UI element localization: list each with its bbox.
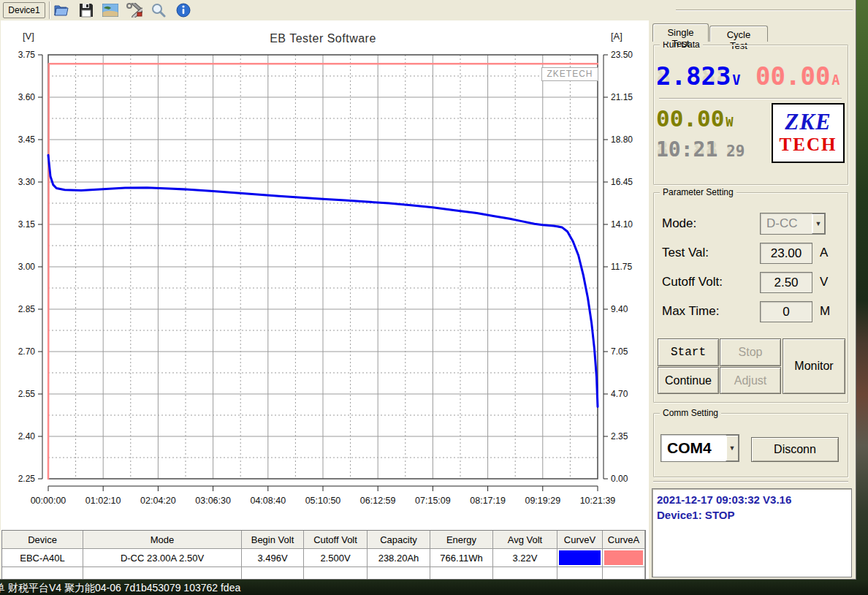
curve-v-swatch: [559, 550, 601, 565]
x-tick-label: 03:06:30: [195, 496, 231, 506]
monitor-button[interactable]: Monitor: [783, 338, 845, 394]
com-port-value: COM4: [661, 439, 726, 457]
cutoff-volt-unit: V: [820, 275, 828, 289]
y-right-tick-label: 11.75: [611, 262, 632, 272]
table-cell: EBC-A40L: [2, 549, 83, 567]
table-cell: 766.11Wh: [430, 549, 493, 567]
test-val-field[interactable]: 23.00: [760, 243, 812, 264]
y-right-tick-label: 23.50: [611, 50, 633, 60]
left-axis-unit-label: [V]: [23, 31, 34, 42]
x-tick-label: 00:00:00: [31, 496, 66, 506]
test-val-label: Test Val:: [662, 246, 709, 260]
table-row[interactable]: EBC-A40LD-CC 23.00A 2.50V3.496V2.500V238…: [2, 549, 645, 567]
discharge-chart: 3.753.603.453.303.153.002.852.702.552.40…: [1, 20, 649, 515]
cutoff-volt-field[interactable]: 2.50: [760, 272, 812, 293]
log-line: 2021-12-17 09:03:32 V3.16: [657, 492, 847, 507]
y-left-tick-label: 3.75: [18, 50, 36, 60]
max-time-label: Max Time:: [662, 304, 719, 319]
table-header-cell: Avg Volt: [493, 531, 557, 549]
desktop-filename-text: 单 财税平台V4 聚力能04-06 7d1b453079 103762 fdea: [0, 582, 240, 595]
y-right-tick-label: 2.35: [611, 431, 628, 441]
y-left-tick-label: 2.55: [18, 389, 36, 399]
image-export-icon[interactable]: [99, 1, 121, 20]
chevron-down-icon[interactable]: ▼: [726, 435, 739, 461]
start-button[interactable]: Start: [658, 338, 719, 366]
y-left-tick-label: 3.30: [18, 177, 36, 187]
y-left-tick-label: 3.15: [18, 219, 36, 230]
y-right-tick-label: 0.00: [611, 474, 628, 484]
x-tick-label: 05:10:50: [305, 496, 341, 506]
x-tick-label: 02:04:20: [140, 496, 176, 506]
y-right-tick-label: 21.15: [611, 92, 633, 102]
mode-combobox[interactable]: D-CC ▼: [760, 213, 826, 235]
y-left-tick-label: 2.40: [18, 431, 36, 441]
y-right-tick-label: 9.40: [611, 304, 628, 314]
parameter-setting-title: Parameter Setting: [660, 187, 736, 197]
y-left-tick-label: 3.00: [18, 262, 36, 272]
table-cell: [603, 549, 645, 567]
save-icon[interactable]: [75, 1, 97, 20]
x-tick-label: 08:17:19: [470, 496, 506, 506]
info-icon[interactable]: [172, 1, 194, 20]
table-header-cell: Begin Volt: [242, 531, 304, 549]
toolbar-groove: [676, 10, 853, 11]
run-data-divider: [659, 98, 842, 99]
table-empty-cell: [83, 567, 242, 580]
comm-setting-title: Comm Setting: [660, 408, 721, 418]
elapsed-seconds-readout: 8829: [726, 143, 745, 160]
com-port-combobox[interactable]: COM4 ▼: [660, 434, 739, 462]
y-left-tick-label: 3.60: [18, 92, 36, 102]
y-right-tick-label: 4.70: [611, 389, 628, 399]
table-empty-cell: [242, 567, 304, 580]
panel-divider: [653, 481, 848, 482]
magnifier-icon[interactable]: [148, 1, 170, 20]
chart-title: EB Tester Software: [48, 32, 598, 45]
chart-canvas: 3.753.603.453.303.153.002.852.702.552.40…: [1, 20, 649, 512]
table-header-cell: Mode: [83, 531, 242, 549]
tools-icon[interactable]: [123, 1, 145, 20]
right-axis-unit-label: [A]: [611, 31, 623, 42]
table-empty-cell: [430, 567, 493, 580]
stop-button[interactable]: Stop: [720, 338, 781, 366]
y-right-tick-label: 16.45: [611, 177, 633, 187]
table-header-cell: Device: [2, 531, 83, 549]
status-log[interactable]: 2021-12-17 09:03:32 V3.16 Device1: STOP: [652, 488, 852, 577]
chart-panel: EB Tester Software [V] [A] 3.753.603.453…: [1, 20, 649, 580]
table-cell: 2.500V: [304, 549, 368, 567]
mode-value: D-CC: [761, 216, 812, 231]
y-left-tick-label: 2.70: [18, 346, 36, 357]
table-header-cell: Capacity: [368, 531, 430, 549]
y-right-tick-label: 7.05: [611, 346, 628, 357]
tab-single-test[interactable]: Single Test: [652, 23, 709, 42]
logo-tech-text: TECH: [773, 135, 843, 154]
disconnect-button[interactable]: Disconn: [751, 437, 839, 462]
power-readout: 88.8800.00W: [656, 105, 734, 132]
app-window: Device1: [0, 0, 856, 580]
max-time-field[interactable]: 0: [760, 301, 812, 322]
x-tick-label: 01:02:10: [85, 496, 121, 506]
voltage-readout: 8.8882.823V: [656, 61, 741, 91]
y-left-tick-label: 3.45: [18, 134, 36, 145]
table-empty-cell: [493, 567, 557, 580]
table-empty-cell: [557, 567, 603, 580]
y-left-tick-label: 2.85: [18, 304, 36, 314]
continue-button[interactable]: Continue: [658, 367, 719, 394]
x-tick-label: 09:19:29: [525, 496, 560, 506]
chart-watermark: ZKETECH: [541, 67, 598, 81]
table-header-cell: Cutoff Volt: [304, 531, 368, 549]
y-left-tick-label: 2.25: [18, 474, 36, 484]
max-time-unit: M: [820, 304, 830, 319]
tab-cycle-test[interactable]: Cycle Test: [709, 26, 768, 42]
adjust-button[interactable]: Adjust: [720, 367, 781, 394]
toolbar: Device1: [0, 0, 856, 20]
chevron-down-icon[interactable]: ▼: [812, 213, 825, 234]
table-cell: [557, 549, 603, 567]
open-folder-icon[interactable]: [51, 1, 73, 20]
device-selector-button[interactable]: Device1: [3, 2, 45, 18]
logo-zke-text: ZKE: [773, 109, 843, 135]
control-panel: Single Test Cycle Test Run Data 8.8882.8…: [649, 20, 856, 580]
curve-a-swatch: [604, 550, 643, 565]
cutoff-volt-label: Cutoff Volt:: [662, 275, 723, 289]
table-empty-cell: [2, 567, 83, 580]
current-readout: 88.8800.00A: [755, 61, 840, 91]
